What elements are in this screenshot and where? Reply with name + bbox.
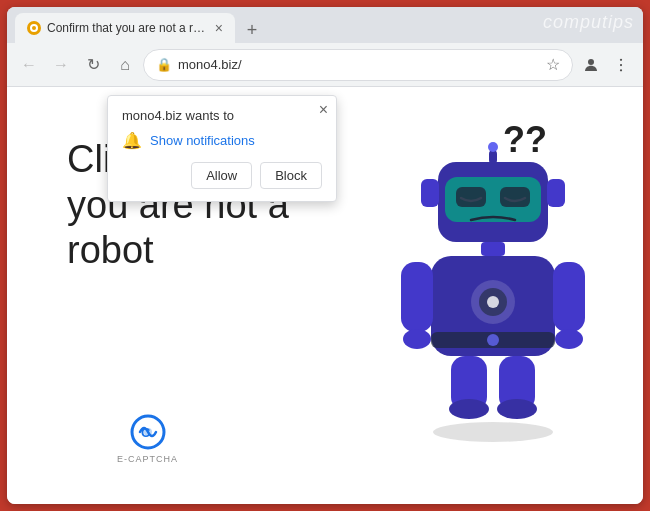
lock-icon: 🔒 [156,57,172,72]
account-button[interactable] [577,51,605,79]
svg-point-3 [620,69,622,71]
popup-buttons: Allow Block [122,162,322,189]
tab-bar: Confirm that you are not a robot × + [7,7,643,43]
notification-popup: × mono4.biz wants to 🔔 Show notification… [107,95,337,202]
reload-button[interactable]: ↻ [79,51,107,79]
popup-notification-link[interactable]: Show notifications [150,133,255,148]
block-button[interactable]: Block [260,162,322,189]
browser-tab[interactable]: Confirm that you are not a robot × [15,13,235,43]
svg-point-26 [555,329,583,349]
svg-rect-12 [489,150,497,164]
tab-favicon [27,21,41,35]
browser-toolbar: ← → ↻ ⌂ 🔒 mono4.biz/ ☆ [7,43,643,87]
tab-title: Confirm that you are not a robot [47,21,209,35]
ecaptcha-logo-area: C E-CAPTCHA [117,414,178,464]
svg-point-2 [620,63,622,65]
ecaptcha-icon: C [130,414,166,450]
bell-icon: 🔔 [122,131,142,150]
svg-point-29 [449,399,489,419]
svg-rect-23 [401,262,433,332]
address-bar[interactable]: 🔒 mono4.biz/ ☆ [143,49,573,81]
allow-button[interactable]: Allow [191,162,252,189]
robot-svg: ?? [383,107,603,447]
svg-rect-25 [553,262,585,332]
robot-illustration: ?? [383,107,603,447]
menu-button[interactable] [607,51,635,79]
svg-point-0 [588,59,594,65]
svg-text:C: C [141,425,151,440]
ecaptcha-label: E-CAPTCHA [117,454,178,464]
svg-point-22 [487,334,499,346]
back-button[interactable]: ← [15,51,43,79]
svg-point-31 [433,422,553,442]
svg-text:??: ?? [503,119,547,160]
svg-point-20 [487,296,499,308]
home-button[interactable]: ⌂ [111,51,139,79]
svg-point-13 [488,142,498,152]
browser-frame: Confirm that you are not a robot × + ← →… [7,7,643,504]
svg-point-1 [620,58,622,60]
toolbar-right-buttons [577,51,635,79]
tab-close-button[interactable]: × [215,21,223,35]
svg-rect-16 [481,242,505,256]
svg-rect-15 [547,179,565,207]
forward-button[interactable]: → [47,51,75,79]
popup-close-button[interactable]: × [319,102,328,118]
bookmark-icon[interactable]: ☆ [546,55,560,74]
popup-notification-row: 🔔 Show notifications [122,131,322,150]
page-content: × mono4.biz wants to 🔔 Show notification… [7,87,643,504]
svg-point-30 [497,399,537,419]
new-tab-button[interactable]: + [239,17,265,43]
url-text: mono4.biz/ [178,57,540,72]
popup-header-text: mono4.biz wants to [122,108,322,123]
svg-point-24 [403,329,431,349]
svg-rect-14 [421,179,439,207]
